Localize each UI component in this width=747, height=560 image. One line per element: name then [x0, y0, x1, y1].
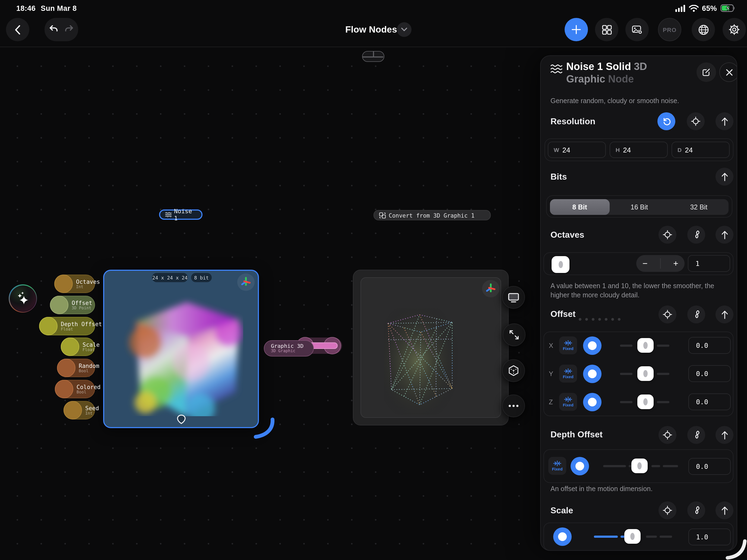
axis-gizmo-icon[interactable] [482, 280, 499, 297]
resolution-depth-field[interactable]: D24 [672, 142, 730, 158]
offset-z-track[interactable] [657, 401, 669, 403]
depth-fixed-button[interactable]: Fixed [548, 457, 566, 475]
offset-x-fixed-button[interactable]: Fixed [559, 337, 577, 354]
target-depth-button[interactable] [659, 426, 676, 444]
offset-z-slider-thumb[interactable] [637, 395, 654, 409]
more-options-button[interactable] [502, 395, 525, 417]
scale-track[interactable] [646, 536, 657, 538]
offset-y-toggle[interactable] [583, 365, 601, 383]
publish-resolution-button[interactable] [716, 112, 733, 130]
port-circle[interactable] [57, 359, 75, 377]
publish-offset-button[interactable] [716, 305, 733, 323]
octaves-value-field[interactable]: 1 [688, 255, 730, 272]
output-port-graphic3d[interactable]: Graphic 3D 3D Graphic [264, 340, 314, 356]
view-3d-button[interactable] [502, 359, 525, 382]
community-button[interactable] [692, 18, 715, 41]
arrow-up-icon [721, 506, 728, 515]
resolution-height-field[interactable]: H24 [610, 142, 668, 158]
offset-z-track[interactable] [620, 401, 633, 403]
depth-track[interactable] [603, 465, 626, 467]
minus-button[interactable]: − [643, 259, 648, 268]
port-circle[interactable] [50, 296, 69, 314]
bits-segmented-control[interactable]: 8 Bit 16 Bit 32 Bit [550, 199, 728, 215]
bind-depth-button[interactable] [687, 426, 705, 444]
offset-y-track[interactable] [657, 373, 669, 375]
document-title[interactable]: Flow Nodes [345, 24, 397, 35]
port-circle[interactable] [61, 338, 79, 356]
offset-y-fixed-button[interactable]: Fixed [559, 365, 577, 382]
reset-resolution-button[interactable] [658, 112, 675, 130]
axis-label-y: Y [549, 370, 553, 378]
port-circle[interactable] [55, 380, 73, 398]
undo-icon[interactable] [49, 24, 59, 34]
target-resolution-button[interactable] [687, 112, 705, 130]
depth-track[interactable] [651, 465, 660, 467]
convert-node-title-badge[interactable]: Convert from 3D Graphic 1 [374, 210, 491, 220]
add-node-button[interactable] [565, 18, 588, 41]
bind-offset-button[interactable] [687, 305, 705, 323]
scale-toggle[interactable] [553, 528, 572, 546]
port-circle[interactable] [63, 401, 82, 420]
layouts-button[interactable] [595, 18, 618, 41]
pro-button[interactable]: PRO [658, 18, 681, 41]
scale-slider-thumb[interactable] [624, 529, 641, 544]
scale-track-filled[interactable] [594, 536, 618, 538]
input-port-depth-offset[interactable]: Depth OffsetFloat [39, 317, 95, 335]
bits-option-16[interactable]: 16 Bit [609, 199, 669, 215]
noise-node[interactable]: 24 x 24 x 24 8 bit [103, 270, 259, 428]
offset-z-value-field[interactable]: 0.0 [688, 393, 731, 410]
offset-x-track[interactable] [657, 345, 669, 347]
offset-y-track[interactable] [620, 373, 633, 375]
title-menu-button[interactable] [397, 22, 412, 37]
target-scale-button[interactable] [659, 501, 676, 519]
target-offset-button[interactable] [659, 305, 676, 323]
scale-value-field[interactable]: 1.0 [688, 529, 731, 545]
add-image-button[interactable] [625, 18, 649, 41]
offset-y-value-field[interactable]: 0.0 [688, 365, 731, 382]
octaves-stepper[interactable]: −+ [636, 255, 685, 272]
convert-node[interactable] [353, 270, 509, 425]
ai-assistant-button[interactable] [9, 284, 37, 313]
depth-value-field[interactable]: 0.0 [688, 458, 731, 475]
back-button[interactable] [6, 18, 29, 41]
publish-depth-button[interactable] [716, 426, 733, 444]
node-bottom-badge-icon[interactable] [175, 414, 187, 427]
bind-scale-button[interactable] [687, 501, 705, 519]
redo-icon[interactable] [64, 24, 74, 34]
display-output-button[interactable] [502, 286, 525, 309]
input-port-octaves[interactable]: OctavesInt [54, 274, 95, 293]
input-port-seed[interactable]: SeedInt [63, 401, 95, 420]
bits-option-32[interactable]: 32 Bit [669, 199, 728, 215]
octaves-slider-thumb[interactable] [551, 256, 569, 273]
noise-node-title-badge[interactable]: Noise 1 [159, 210, 203, 220]
input-port-offset[interactable]: Offset3D Point [50, 296, 95, 314]
offset-y-slider-thumb[interactable] [637, 366, 654, 381]
target-octaves-button[interactable] [659, 226, 676, 244]
settings-button[interactable] [723, 18, 746, 41]
close-panel-button[interactable] [719, 62, 737, 82]
depth-toggle[interactable] [571, 457, 589, 475]
depth-slider-thumb[interactable] [632, 458, 648, 473]
input-port-scale[interactable]: ScaleFloat [61, 338, 95, 356]
publish-bits-button[interactable] [716, 168, 733, 186]
port-circle[interactable] [39, 317, 57, 335]
offset-z-toggle[interactable] [583, 393, 601, 411]
bits-option-8[interactable]: 8 Bit [550, 199, 609, 215]
expand-fullscreen-button[interactable] [503, 323, 525, 346]
offset-x-track[interactable] [620, 345, 633, 347]
publish-scale-button[interactable] [716, 501, 733, 519]
depth-track[interactable] [663, 465, 678, 467]
offset-z-fixed-button[interactable]: Fixed [559, 393, 577, 411]
resolution-width-field[interactable]: W24 [548, 142, 606, 158]
bind-octaves-button[interactable] [687, 226, 705, 244]
offset-x-toggle[interactable] [583, 337, 601, 355]
input-port-random[interactable]: RandomBool [57, 359, 95, 377]
rename-button[interactable] [696, 62, 716, 82]
scale-track[interactable] [660, 536, 672, 538]
offset-x-value-field[interactable]: 0.0 [688, 337, 731, 354]
publish-octaves-button[interactable] [716, 226, 733, 244]
input-port-colored[interactable]: ColoredBool [55, 380, 95, 398]
plus-button[interactable]: + [673, 259, 678, 268]
offset-x-slider-thumb[interactable] [637, 338, 654, 353]
port-circle[interactable] [54, 274, 73, 293]
